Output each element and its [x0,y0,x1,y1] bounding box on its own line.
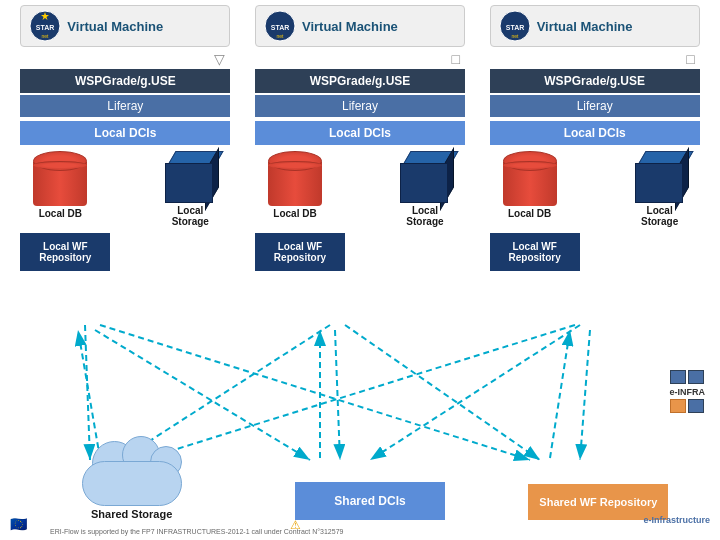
small-cube-1 [670,370,686,384]
liferay-box-1: Liferay [20,95,230,117]
liferay-box-2: Liferay [255,95,465,117]
wsp-box-1: WSPGrade/g.USE [20,69,230,93]
small-cube-3 [688,399,704,413]
starnet-logo-3: STAR net [499,10,531,42]
vm-column-3: STAR net Virtual Machine □ WSPGrade/g.US… [490,5,700,271]
wf-repo-1: Local WFRepository [20,233,110,271]
db-label-2: Local DB [273,208,316,219]
storage-label-3: LocalStorage [641,205,678,227]
small-cube-2 [688,370,704,384]
db-label-1: Local DB [39,208,82,219]
storage-cube-3 [631,151,689,203]
svg-text:net: net [511,33,519,39]
vm-title-2: Virtual Machine [302,19,398,34]
vm-header-3: STAR net Virtual Machine [490,5,700,47]
filter-icon-2: □ [452,51,460,67]
vm-columns: STAR net Virtual Machine ▽ WSPGrade/g.US… [0,5,720,271]
vm-header-1: STAR net Virtual Machine [20,5,230,47]
db-cylinder-1 [30,151,90,206]
storage-label-2: LocalStorage [406,205,443,227]
shared-storage: Shared Storage [52,436,212,520]
local-dcis-2: Local DCIs [255,121,465,145]
svg-text:STAR: STAR [271,24,290,31]
db-cylinder-3 [500,151,560,206]
main-container: STAR net Virtual Machine ▽ WSPGrade/g.US… [0,0,720,540]
storage-cube-1 [161,151,219,203]
vm-column-1: STAR net Virtual Machine ▽ WSPGrade/g.US… [20,5,230,271]
bottom-section: Shared Storage Shared DCIs Shared WF Rep… [0,436,720,520]
filter-icon-1: ▽ [214,51,225,67]
vm-column-2: STAR net Virtual Machine □ WSPGrade/g.US… [255,5,465,271]
svg-text:net: net [42,33,50,39]
wsp-box-2: WSPGrade/g.USE [255,69,465,93]
warning-icon: ⚠ [290,518,301,532]
storage-cube-2 [396,151,454,203]
starnet-logo-1: STAR net [29,10,61,42]
svg-text:STAR: STAR [36,24,55,31]
db-storage-row-2: Local DB LocalStorage [255,151,465,227]
local-dcis-1: Local DCIs [20,121,230,145]
infra-label: e-INFRA [670,387,706,397]
vm-header-2: STAR net Virtual Machine [255,5,465,47]
svg-text:net: net [277,33,285,39]
eu-logo: 🇪🇺 [10,516,27,532]
wf-repo-2: Local WFRepository [255,233,345,271]
filter-icon-3: □ [686,51,694,67]
wf-repo-3: Local WFRepository [490,233,580,271]
shared-storage-label: Shared Storage [91,508,172,520]
local-db-3: Local DB [490,151,570,219]
einfra-logo: e-Infrastructure [643,515,710,525]
local-db-2: Local DB [255,151,335,219]
db-storage-row-3: Local DB LocalStorage [490,151,700,227]
local-storage-3: LocalStorage [620,151,700,227]
svg-text:STAR: STAR [505,24,524,31]
liferay-box-3: Liferay [490,95,700,117]
db-storage-row-1: Local DB LocalStorage [20,151,230,227]
vm-title-3: Virtual Machine [537,19,633,34]
starnet-logo-2: STAR net [264,10,296,42]
cloud-shape [72,436,192,506]
db-label-3: Local DB [508,208,551,219]
icon-cluster: e-INFRA [670,370,706,413]
storage-label-1: LocalStorage [172,205,209,227]
wsp-box-3: WSPGrade/g.USE [490,69,700,93]
vm-title-1: Virtual Machine [67,19,163,34]
local-dcis-3: Local DCIs [490,121,700,145]
small-cube-orange-1 [670,399,686,413]
db-cylinder-2 [265,151,325,206]
shared-dcis-box: Shared DCIs [295,482,445,520]
local-db-1: Local DB [20,151,100,219]
local-storage-1: LocalStorage [150,151,230,227]
local-storage-2: LocalStorage [385,151,465,227]
